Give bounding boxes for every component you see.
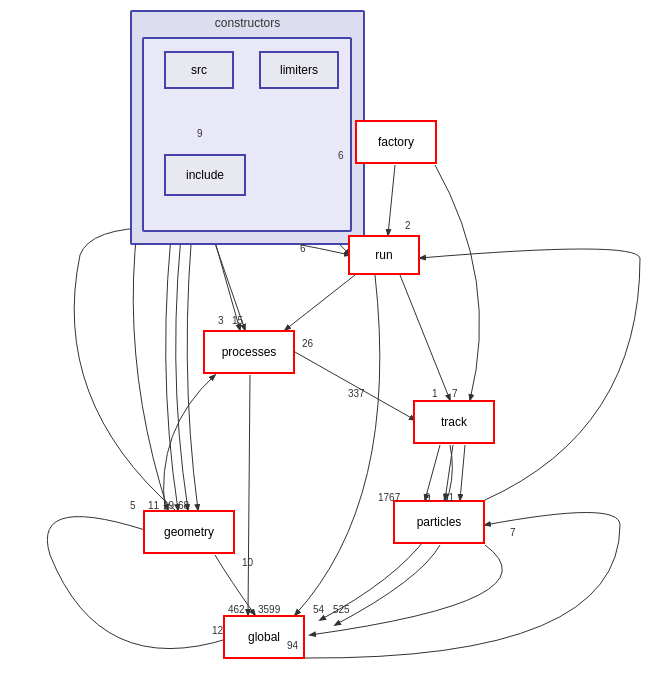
particles-node[interactable]: particles [393,500,485,544]
track-label: track [441,415,467,429]
run-label: run [375,248,392,262]
factory-label: factory [378,135,414,149]
run-node[interactable]: run [348,235,420,275]
diagram-container: constructors src limiters include factor… [0,0,664,692]
include-node[interactable]: include [164,154,246,196]
edge-label-3: 3 [218,315,224,326]
factory-node[interactable]: factory [355,120,437,164]
edge-label-94: 94 [287,640,298,651]
constructors-outer-box: constructors src limiters include [130,10,365,245]
edge-label-5: 5 [130,500,136,511]
limiters-label: limiters [280,63,318,77]
edge-label-2: 2 [405,220,411,231]
src-label: src [191,63,207,77]
edge-label-19: 19 [163,500,174,511]
edge-label-1767: 1767 [378,492,400,503]
edge-label-1: 1 [432,388,438,399]
edge-label-462: 462 [228,604,245,615]
edge-label-6-factory: 6 [338,150,344,161]
svg-line-1 [388,165,395,235]
edge-label-31: 31 [443,492,454,503]
edge-label-54: 54 [313,604,324,615]
edge-label-12: 12 [212,625,223,636]
edge-label-11: 11 [148,500,159,511]
edge-label-337: 337 [348,388,365,399]
global-label: global [248,630,280,644]
edge-label-26: 26 [302,338,313,349]
edge-label-15: 15 [232,315,243,326]
particles-label: particles [417,515,462,529]
geometry-node[interactable]: geometry [143,510,235,554]
edge-label-525: 525 [333,604,350,615]
constructors-label: constructors [211,16,284,30]
src-node[interactable]: src [164,51,234,89]
processes-node[interactable]: processes [203,330,295,374]
constructors-inner-box: src limiters include [142,37,352,232]
edge-label-7-track: 7 [452,388,458,399]
edge-label-68: 68 [178,500,189,511]
geometry-label: geometry [164,525,214,539]
edge-label-9-particles: 9 [425,492,431,503]
processes-label: processes [222,345,277,359]
edge-label-9: 9 [197,128,203,139]
edge-label-7-particles: 7 [510,527,516,538]
edge-label-6-run: 6 [300,243,306,254]
global-node[interactable]: global [223,615,305,659]
edge-label-3599: 3599 [258,604,280,615]
edge-label-10: 10 [242,557,253,568]
limiters-node[interactable]: limiters [259,51,339,89]
track-node[interactable]: track [413,400,495,444]
include-label: include [186,168,224,182]
